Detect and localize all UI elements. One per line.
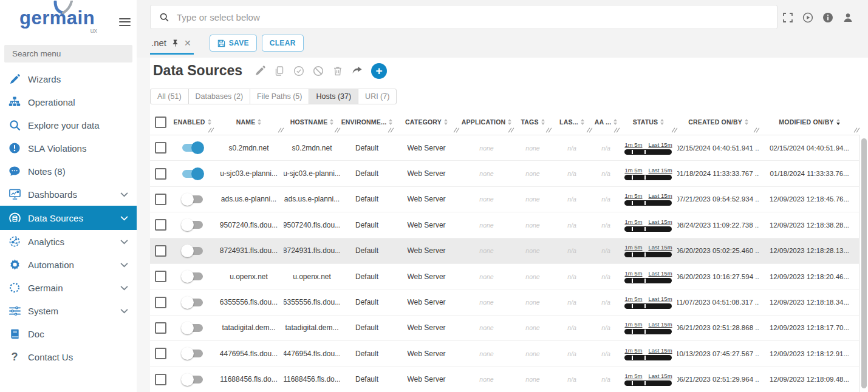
column-header[interactable]: APPLICATION bbox=[459, 109, 514, 135]
sidebar-item-analytics[interactable]: Analytics bbox=[0, 230, 137, 253]
column-resize-handle[interactable] bbox=[453, 127, 459, 133]
column-resize-handle[interactable] bbox=[753, 127, 759, 133]
sort-icon[interactable] bbox=[444, 119, 448, 125]
tab-3[interactable]: Hosts (37) bbox=[309, 89, 358, 104]
column-resize-handle[interactable] bbox=[671, 127, 677, 133]
table-row[interactable]: 11688456.fls.do...11688456.fls.do...Defa… bbox=[150, 367, 859, 392]
status-last15-link[interactable]: Last 15m bbox=[648, 321, 672, 328]
status-range-link[interactable]: 1m 5m bbox=[624, 270, 642, 277]
enabled-toggle[interactable] bbox=[182, 195, 203, 203]
sidebar-item-notes[interactable]: Notes (8) bbox=[0, 160, 137, 183]
sidebar-item-doc[interactable]: Doc bbox=[0, 322, 137, 345]
enabled-toggle[interactable] bbox=[182, 247, 203, 255]
row-checkbox[interactable] bbox=[155, 168, 166, 180]
column-header[interactable]: ENABLED bbox=[171, 109, 214, 135]
sort-icon[interactable] bbox=[836, 119, 840, 125]
column-resize-handle[interactable] bbox=[545, 127, 551, 133]
sidebar-item-wizards[interactable]: Wizards bbox=[0, 67, 137, 90]
status-range-link[interactable]: 1m 5m bbox=[624, 167, 642, 174]
info-icon[interactable] bbox=[822, 12, 833, 23]
column-resize-handle[interactable] bbox=[278, 127, 283, 133]
enabled-toggle[interactable] bbox=[182, 350, 203, 357]
column-header[interactable]: NAME bbox=[214, 109, 284, 135]
status-last15-link[interactable]: Last 15m bbox=[648, 192, 672, 199]
sidebar-item-sla[interactable]: SLA Violations bbox=[0, 137, 137, 160]
tab-2[interactable]: File Paths (5) bbox=[250, 89, 309, 104]
add-button[interactable]: + bbox=[371, 63, 387, 79]
share-icon[interactable] bbox=[352, 66, 363, 76]
sort-icon[interactable] bbox=[613, 119, 617, 125]
sort-icon[interactable] bbox=[389, 119, 392, 125]
status-range-link[interactable]: 1m 5m bbox=[624, 218, 642, 225]
row-checkbox[interactable] bbox=[155, 374, 166, 385]
row-checkbox[interactable] bbox=[155, 219, 166, 231]
trash-icon[interactable] bbox=[332, 66, 343, 76]
sidebar-search-input[interactable]: Search menu bbox=[4, 45, 132, 63]
column-header[interactable]: STATUS bbox=[620, 109, 677, 135]
sidebar-item-system[interactable]: System bbox=[0, 299, 137, 322]
block-icon[interactable] bbox=[313, 66, 324, 76]
scrollbar-thumb[interactable] bbox=[861, 138, 867, 388]
column-resize-handle[interactable] bbox=[208, 127, 213, 133]
sidebar-item-dashboards[interactable]: Dashboards bbox=[0, 183, 137, 206]
sort-icon[interactable] bbox=[660, 119, 664, 125]
column-header[interactable]: LAS... bbox=[552, 109, 592, 135]
app-logo[interactable]: germain ux bbox=[19, 8, 95, 27]
status-last15-link[interactable]: Last 15m bbox=[648, 218, 672, 225]
column-header[interactable]: ENVIRONME... bbox=[340, 109, 394, 135]
column-header[interactable]: AA ... bbox=[592, 109, 620, 135]
sidebar-item-contact[interactable]: ?Contact Us bbox=[0, 345, 137, 368]
close-icon[interactable]: ✕ bbox=[184, 39, 191, 47]
copy-icon[interactable] bbox=[274, 66, 285, 76]
column-resize-handle[interactable] bbox=[334, 127, 340, 133]
status-last15-link[interactable]: Last 15m bbox=[648, 141, 672, 148]
enabled-toggle[interactable] bbox=[182, 221, 203, 229]
enabled-toggle[interactable] bbox=[182, 376, 203, 384]
column-header[interactable]: CATEGORY bbox=[394, 109, 459, 135]
check-circle-icon[interactable] bbox=[293, 66, 304, 76]
column-resize-handle[interactable] bbox=[508, 127, 513, 133]
sort-icon[interactable] bbox=[581, 119, 584, 125]
status-range-link[interactable]: 1m 5m bbox=[624, 244, 642, 251]
user-icon[interactable] bbox=[842, 12, 853, 23]
column-header[interactable]: TAGS bbox=[514, 109, 552, 135]
status-last15-link[interactable]: Last 15m bbox=[648, 296, 672, 302]
row-checkbox[interactable] bbox=[155, 142, 166, 154]
pin-icon[interactable] bbox=[171, 39, 179, 47]
status-range-link[interactable]: 1m 5m bbox=[624, 321, 642, 328]
sidebar-item-germain[interactable]: Germain bbox=[0, 276, 137, 299]
row-checkbox[interactable] bbox=[155, 297, 166, 308]
table-row[interactable]: u.openx.netu.openx.netDefaultWeb Servern… bbox=[150, 264, 859, 289]
row-checkbox[interactable] bbox=[155, 322, 166, 334]
row-checkbox[interactable] bbox=[155, 348, 166, 359]
tab-0[interactable]: All (51) bbox=[150, 89, 189, 104]
status-last15-link[interactable]: Last 15m bbox=[648, 373, 672, 379]
sidebar-item-datasources[interactable]: Data Sources bbox=[0, 206, 137, 230]
enabled-toggle[interactable] bbox=[182, 299, 203, 306]
sidebar-item-automation[interactable]: Automation bbox=[0, 253, 137, 276]
enabled-toggle[interactable] bbox=[182, 324, 203, 332]
column-resize-handle[interactable] bbox=[613, 127, 619, 133]
table-row[interactable]: 8724931.fls.dou...8724931.fls.dou...Defa… bbox=[150, 238, 859, 264]
column-resize-handle[interactable] bbox=[388, 127, 393, 133]
column-resize-handle[interactable] bbox=[586, 127, 592, 133]
status-last15-link[interactable]: Last 15m bbox=[648, 347, 672, 354]
table-row[interactable]: u-sjc03.e-planni...u-sjc03.e-planni...De… bbox=[150, 161, 859, 186]
menu-toggle-icon[interactable] bbox=[119, 16, 131, 28]
edit-icon[interactable] bbox=[255, 66, 265, 76]
table-row[interactable]: 4476954.fls.dou...4476954.fls.dou...Defa… bbox=[150, 341, 859, 367]
sort-icon[interactable] bbox=[508, 119, 511, 125]
column-resize-handle[interactable] bbox=[853, 127, 859, 133]
clear-button[interactable]: CLEAR bbox=[262, 35, 304, 52]
sort-icon[interactable] bbox=[745, 119, 748, 125]
save-button[interactable]: SAVE bbox=[210, 35, 257, 52]
sort-icon[interactable] bbox=[541, 119, 545, 125]
status-last15-link[interactable]: Last 15m bbox=[648, 244, 672, 251]
status-range-link[interactable]: 1m 5m bbox=[624, 373, 642, 379]
row-checkbox[interactable] bbox=[155, 245, 166, 257]
table-row[interactable]: 9507240.fls.dou...9507240.fls.dou...Defa… bbox=[150, 212, 859, 238]
status-range-link[interactable]: 1m 5m bbox=[624, 296, 642, 302]
sidebar-item-explore[interactable]: Explore your data bbox=[0, 113, 137, 137]
scrollbar-track[interactable] bbox=[859, 135, 868, 392]
play-icon[interactable] bbox=[802, 12, 813, 23]
